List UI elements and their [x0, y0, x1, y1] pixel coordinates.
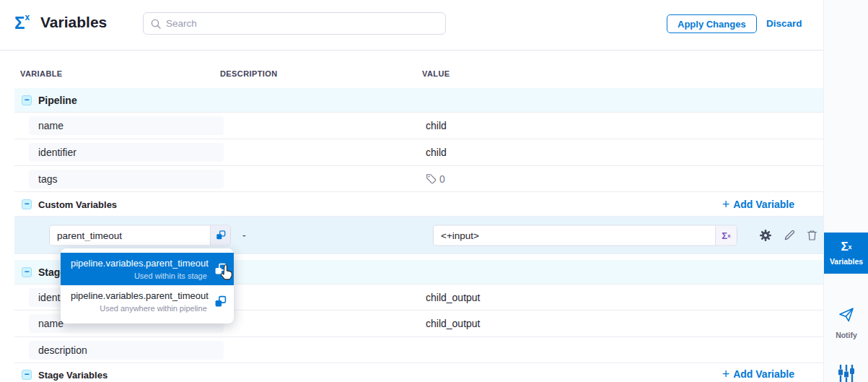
- collapse-minus-icon[interactable]: −: [22, 95, 32, 105]
- search-icon: [151, 19, 161, 29]
- copy-icon[interactable]: [214, 295, 227, 308]
- subsection-row-custom-variables: − Custom Variables + Add Variable: [14, 192, 823, 217]
- add-variable-link[interactable]: + Add Variable: [722, 368, 794, 380]
- discard-link[interactable]: Discard: [766, 18, 802, 29]
- variable-label[interactable]: name: [38, 120, 63, 131]
- variable-reference-dropdown: pipeline.variables.parent_timeout Used w…: [61, 248, 234, 324]
- add-variable-link[interactable]: + Add Variable: [722, 199, 794, 210]
- variable-value: child: [426, 120, 447, 131]
- table-row-identifier: identifier child: [14, 139, 823, 166]
- sidebar-item-variables[interactable]: Σx Variables: [824, 233, 868, 274]
- variable-label[interactable]: tags: [38, 173, 57, 185]
- subsection-label: Custom Variables: [38, 199, 117, 209]
- dropdown-item-subtitle: Used within its stage: [71, 272, 209, 280]
- variable-name-input[interactable]: [50, 225, 210, 245]
- variable-value-input[interactable]: [434, 225, 715, 245]
- variable-value: child_output: [426, 292, 481, 303]
- column-header-variable: VARIABLE: [20, 69, 63, 78]
- panel-header: Σx Variables Apply Changes Discard: [0, 0, 823, 51]
- subsection-label: Stage Variables: [38, 370, 108, 381]
- column-header-value: VALUE: [422, 69, 450, 78]
- search-input[interactable]: [166, 18, 438, 29]
- copy-icon[interactable]: [210, 225, 230, 245]
- cursor-pointer-icon: [219, 264, 234, 285]
- variable-value: child: [426, 147, 447, 158]
- section-label: Pipeline: [38, 95, 77, 106]
- label-stripe: [29, 170, 224, 188]
- collapse-minus-icon[interactable]: −: [22, 199, 32, 209]
- table-row-tags: tags 0: [14, 166, 823, 192]
- apply-changes-button[interactable]: Apply Changes: [667, 14, 757, 33]
- sidebar-item-notify[interactable]: Notify: [824, 306, 868, 339]
- collapse-minus-icon[interactable]: −: [22, 267, 32, 277]
- variable-name-input-group: [49, 225, 231, 246]
- table-row-name: name child: [14, 113, 823, 139]
- variable-label[interactable]: identifier: [38, 147, 76, 158]
- dropdown-item-title: pipeline.variables.parent_timeout: [71, 258, 209, 269]
- variables-panel: Σx Variables Apply Changes Discard VARIA…: [0, 0, 868, 382]
- tags-count: 0: [439, 173, 445, 185]
- column-header-description: DESCRIPTION: [220, 69, 278, 78]
- plus-icon: +: [722, 369, 730, 379]
- right-sidebar: Σx Variables Notify: [823, 0, 868, 382]
- table-row-stage-description: description: [14, 337, 823, 363]
- search-box[interactable]: [143, 12, 446, 35]
- sliders-icon: [838, 365, 855, 382]
- dropdown-item-stage-scope[interactable]: pipeline.variables.parent_timeout Used w…: [61, 253, 234, 285]
- description-dash: -: [242, 230, 246, 241]
- edit-pencil-icon[interactable]: [784, 230, 795, 241]
- variable-value-input-group: Σx: [433, 225, 737, 246]
- section-row-pipeline: − Pipeline: [14, 88, 823, 113]
- tag-icon: [426, 173, 437, 184]
- variables-sigma-icon: Σx: [841, 240, 851, 253]
- settings-gear-icon[interactable]: [759, 229, 772, 242]
- tags-value: 0: [426, 173, 445, 185]
- collapse-minus-icon[interactable]: −: [22, 370, 32, 380]
- page-title: Variables: [40, 14, 107, 31]
- delete-trash-icon[interactable]: [807, 230, 817, 241]
- dropdown-item-subtitle: Used anywhere within pipeline: [71, 304, 209, 313]
- dropdown-item-title: pipeline.variables.parent_timeout: [71, 290, 209, 301]
- variable-label[interactable]: name: [38, 318, 63, 329]
- paper-plane-icon: [838, 306, 855, 326]
- dropdown-item-pipeline-scope[interactable]: pipeline.variables.parent_timeout Used a…: [61, 285, 234, 318]
- runtime-input-sigma-icon[interactable]: Σx: [715, 225, 737, 245]
- variable-value: child_output: [426, 318, 481, 329]
- variables-sigma-icon: Σx: [14, 12, 30, 34]
- subsection-row-stage-variables: − Stage Variables + Add Variable: [14, 363, 823, 382]
- row-actions: [759, 229, 817, 242]
- variable-label[interactable]: description: [38, 344, 87, 356]
- plus-icon: +: [722, 199, 730, 209]
- sidebar-item-sliders[interactable]: [824, 365, 868, 382]
